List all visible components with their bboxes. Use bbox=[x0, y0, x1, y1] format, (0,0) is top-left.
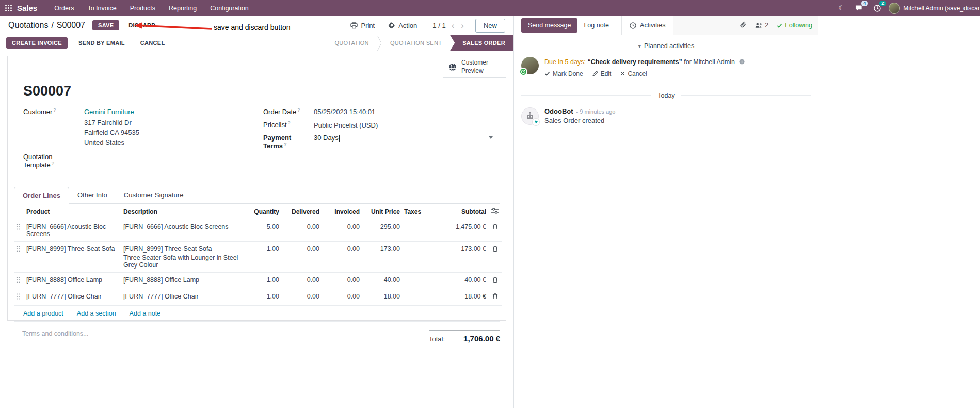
send-message-button[interactable]: Send message bbox=[521, 18, 577, 33]
state-quotation[interactable]: QUOTATION bbox=[326, 35, 377, 51]
message-item: OdooBot - 9 minutes ago Sales Order crea… bbox=[514, 104, 818, 129]
pricelist-value[interactable]: Public Pricelist (USD) bbox=[314, 121, 378, 129]
payment-terms-label: Payment Terms? bbox=[263, 134, 314, 150]
menu-reporting[interactable]: Reporting bbox=[163, 2, 202, 15]
optional-columns-toggle[interactable] bbox=[488, 204, 502, 219]
pager-next-button[interactable]: › bbox=[460, 21, 465, 30]
pager-previous-button[interactable]: ‹ bbox=[451, 21, 456, 30]
pricelist-label: Pricelist? bbox=[263, 120, 314, 129]
apps-grid-icon[interactable] bbox=[5, 5, 12, 11]
cell-delivered[interactable]: 0.00 bbox=[281, 273, 322, 289]
terms-and-conditions-input[interactable]: Terms and conditions... bbox=[22, 330, 89, 343]
drag-handle[interactable] bbox=[14, 219, 24, 242]
customer-preview-button[interactable]: Customer Preview bbox=[443, 56, 506, 78]
messages-menu[interactable]: 4 bbox=[852, 4, 866, 13]
info-icon[interactable] bbox=[739, 59, 745, 65]
add-product-link[interactable]: Add a product bbox=[23, 310, 63, 317]
drag-handle[interactable] bbox=[14, 242, 24, 273]
cell-quantity[interactable]: 5.00 bbox=[250, 219, 281, 242]
pager: 1 / 1 ‹ › bbox=[432, 21, 465, 30]
cell-description[interactable]: [FURN_7777] Office Chair bbox=[121, 289, 250, 306]
app-name[interactable]: Sales bbox=[17, 4, 37, 12]
menu-products[interactable]: Products bbox=[124, 2, 161, 15]
order-date-value[interactable]: 05/25/2023 15:40:01 bbox=[314, 108, 375, 116]
action-button[interactable]: Action bbox=[384, 20, 421, 32]
cell-invoiced[interactable]: 0.00 bbox=[322, 289, 362, 306]
print-button[interactable]: Print bbox=[346, 20, 379, 32]
dark-mode-toggle[interactable]: ☾ bbox=[836, 3, 848, 13]
chatter-panel: Send message Log note Activities bbox=[513, 16, 980, 408]
delete-row-button[interactable] bbox=[488, 273, 502, 289]
cell-description[interactable]: [FURN_8999] Three-Seat Sofa Three Seater… bbox=[121, 242, 250, 273]
cell-quantity[interactable]: 1.00 bbox=[250, 242, 281, 273]
cell-invoiced[interactable]: 0.00 bbox=[322, 242, 362, 273]
cancel-activity-button[interactable]: Cancel bbox=[620, 69, 647, 79]
delete-row-button[interactable] bbox=[488, 242, 502, 273]
delete-row-button[interactable] bbox=[488, 219, 502, 242]
cell-product[interactable]: [FURN_8888] Office Lamp bbox=[24, 273, 121, 289]
log-note-button[interactable]: Log note bbox=[577, 18, 615, 33]
menu-orders[interactable]: Orders bbox=[49, 2, 79, 15]
menu-to-invoice[interactable]: To Invoice bbox=[82, 2, 122, 15]
activity-summary: “Check delivery requirements” bbox=[587, 58, 682, 66]
user-menu[interactable]: Mitchell Admin (save_discar bbox=[889, 3, 980, 14]
cell-delivered[interactable]: 0.00 bbox=[281, 289, 322, 306]
dropdown-caret-icon[interactable] bbox=[489, 136, 493, 139]
state-sales-order[interactable]: SALES ORDER bbox=[450, 35, 513, 51]
handle-column-header bbox=[14, 204, 24, 219]
top-menu: Orders To Invoice Products Reporting Con… bbox=[49, 2, 254, 15]
cell-invoiced[interactable]: 0.00 bbox=[322, 273, 362, 289]
caret-down-icon: ▾ bbox=[638, 43, 641, 49]
cell-quantity[interactable]: 1.00 bbox=[250, 273, 281, 289]
followers-button[interactable]: 2 bbox=[755, 22, 768, 29]
send-by-email-button[interactable]: SEND BY EMAIL bbox=[74, 37, 130, 49]
cell-product[interactable]: [FURN_8999] Three-Seat Sofa bbox=[24, 242, 121, 273]
cell-invoiced[interactable]: 0.00 bbox=[322, 219, 362, 242]
cell-taxes[interactable] bbox=[402, 289, 439, 306]
tab-customer-signature[interactable]: Customer Signature bbox=[116, 187, 192, 203]
cell-product[interactable]: [FURN_6666] Acoustic Bloc Screens bbox=[24, 219, 121, 242]
cell-delivered[interactable]: 0.00 bbox=[281, 242, 322, 273]
cell-description[interactable]: [FURN_8888] Office Lamp bbox=[121, 273, 250, 289]
tab-order-lines[interactable]: Order Lines bbox=[14, 187, 69, 204]
cell-taxes[interactable] bbox=[402, 242, 439, 273]
tab-other-info[interactable]: Other Info bbox=[69, 187, 116, 203]
column-invoiced: Invoiced bbox=[322, 204, 362, 219]
cell-unit-price[interactable]: 40.00 bbox=[362, 273, 402, 289]
cell-product[interactable]: [FURN_7777] Office Chair bbox=[24, 289, 121, 306]
save-button[interactable]: SAVE bbox=[92, 20, 119, 30]
customer-label: Customer? bbox=[23, 107, 84, 116]
planned-activities-toggle[interactable]: ▾ Planned activities bbox=[514, 35, 818, 53]
cell-unit-price[interactable]: 173.00 bbox=[362, 242, 402, 273]
state-quotation-sent[interactable]: QUOTATION SENT bbox=[382, 35, 450, 51]
drag-handle[interactable] bbox=[14, 289, 24, 306]
delete-row-button[interactable] bbox=[488, 289, 502, 306]
cell-unit-price[interactable]: 295.00 bbox=[362, 219, 402, 242]
cell-quantity[interactable]: 1.00 bbox=[250, 289, 281, 306]
message-body: Sales Order created bbox=[544, 117, 615, 124]
add-note-link[interactable]: Add a note bbox=[130, 310, 160, 317]
attachments-button[interactable] bbox=[740, 21, 747, 30]
drag-handle[interactable] bbox=[14, 273, 24, 289]
add-section-link[interactable]: Add a section bbox=[77, 310, 116, 317]
create-invoice-button[interactable]: CREATE INVOICE bbox=[6, 37, 68, 49]
breadcrumb-quotations[interactable]: Quotations bbox=[8, 21, 48, 30]
mark-done-button[interactable]: Mark Done bbox=[544, 69, 583, 79]
cancel-button[interactable]: CANCEL bbox=[136, 37, 170, 49]
customer-value[interactable]: Gemini Furniture bbox=[84, 108, 134, 116]
edit-activity-button[interactable]: Edit bbox=[592, 69, 612, 79]
cell-unit-price[interactable]: 18.00 bbox=[362, 289, 402, 306]
cell-taxes[interactable] bbox=[402, 219, 439, 242]
cell-description[interactable]: [FURN_6666] Acoustic Bloc Screens bbox=[121, 219, 250, 242]
activities-menu[interactable]: 2 bbox=[871, 4, 884, 13]
cell-taxes[interactable] bbox=[402, 273, 439, 289]
message-author[interactable]: OdooBot bbox=[544, 107, 573, 115]
payment-terms-input[interactable]: 30 Days bbox=[314, 134, 493, 143]
new-button[interactable]: New bbox=[475, 19, 505, 33]
chatter-body: ▾ Planned activities Due in 5 days: bbox=[514, 35, 818, 129]
following-toggle[interactable]: Following bbox=[777, 22, 812, 29]
menu-configuration[interactable]: Configuration bbox=[204, 2, 254, 15]
cell-delivered[interactable]: 0.00 bbox=[281, 219, 322, 242]
activity-item: Due in 5 days: “Check delivery requireme… bbox=[521, 57, 811, 79]
activities-tab[interactable]: Activities bbox=[621, 16, 673, 35]
